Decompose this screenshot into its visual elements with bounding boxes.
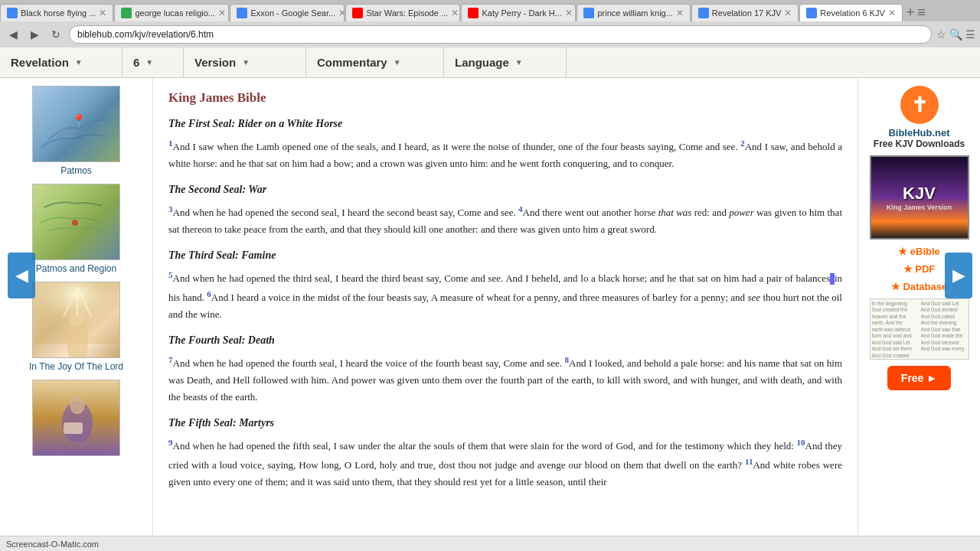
- verse-num-2: 2: [740, 139, 745, 148]
- kjv-sub: King James Version: [887, 204, 952, 211]
- verse-num-3: 3: [168, 204, 173, 214]
- kjv-mini-col-1: In the beginningGod created theheaven an…: [872, 301, 918, 357]
- tab-katyperry[interactable]: Katy Perry - Dark H... ✕: [461, 4, 576, 21]
- book-select-label: Revelation: [11, 56, 69, 69]
- painting-link[interactable]: In The Joy Of The Lord: [6, 361, 146, 372]
- reload-button[interactable]: ↻: [47, 26, 64, 43]
- database-link[interactable]: Database: [891, 281, 947, 292]
- biblehub-logo: ✝ BibleHub.net Free KJV Downloads: [874, 86, 965, 149]
- ebible-link[interactable]: eBible: [898, 246, 940, 257]
- kjv-label: KJV: [903, 184, 936, 204]
- kjv-mini-col-2: And God said LetAnd God dividedAnd God c…: [921, 301, 967, 357]
- tab-rev6[interactable]: Revelation 6 KJV ✕: [799, 4, 902, 21]
- main-content: King James Bible The First Seal: Rider o…: [153, 78, 858, 551]
- biblehub-tagline: Free KJV Downloads: [874, 139, 965, 149]
- bookmark-icon[interactable]: ☆: [936, 28, 946, 41]
- verse-num-8: 8: [565, 355, 570, 364]
- region-map-svg: [33, 184, 120, 260]
- free-btn-label: Free ►: [901, 372, 937, 384]
- tab-favicon: [352, 8, 363, 18]
- verse-num-10: 10: [797, 438, 805, 447]
- svg-rect-10: [64, 422, 83, 434]
- pdf-link[interactable]: PDF: [903, 263, 936, 275]
- tab-exxon[interactable]: Exxon - Google Sear... ✕: [230, 4, 345, 21]
- map-svg: [33, 86, 120, 162]
- verse-text-4: 7And when he had opened the fourth seal,…: [168, 353, 842, 405]
- tab-close-icon[interactable]: ✕: [565, 8, 573, 18]
- tab-close-icon[interactable]: ✕: [888, 8, 896, 18]
- back-button[interactable]: ◀: [5, 26, 21, 43]
- verse-num-4: 4: [518, 204, 523, 214]
- painting-svg: [33, 282, 120, 358]
- new-tab-button[interactable]: +: [906, 5, 915, 21]
- painting2-svg: [33, 380, 120, 442]
- section-title-1: The First Seal: Rider on a White Horse: [168, 118, 842, 130]
- tab-close-icon[interactable]: ✕: [784, 8, 792, 18]
- svg-rect-0: [60, 129, 74, 138]
- tab-black-horse[interactable]: Black horse flying ... ✕: [0, 4, 113, 21]
- section-title-2: The Second Seal: War: [168, 184, 842, 196]
- section-title-3: The Third Seal: Famine: [168, 249, 842, 262]
- forward-button[interactable]: ▶: [26, 26, 43, 43]
- tab-list-button[interactable]: ≡: [917, 5, 926, 21]
- menu-icon[interactable]: ☰: [965, 28, 975, 41]
- right-nav-arrow[interactable]: ▶: [945, 253, 972, 298]
- language-select-label: Language: [455, 56, 509, 69]
- book-select[interactable]: Revelation ▼: [0, 47, 122, 77]
- tab-favicon: [237, 8, 247, 18]
- tab-favicon: [698, 8, 709, 18]
- patmos-map-block: 📍 Patmos: [6, 86, 146, 176]
- verse-num-6: 6: [207, 289, 211, 298]
- svg-point-1: [72, 220, 78, 226]
- tab-prince-william[interactable]: prince william knig... ✕: [577, 4, 690, 21]
- highlight-text: [830, 273, 835, 285]
- patmos-link[interactable]: Patmos: [6, 165, 146, 176]
- verse-text-5: 9And when he had opened the fifth seal, …: [168, 435, 842, 490]
- kjv-book-image: KJV King James Version: [870, 155, 969, 240]
- page-toolbar: Revelation ▼ 6 ▼ Version ▼ Commentary ▼ …: [0, 47, 980, 78]
- verse-num-11: 11: [745, 457, 753, 466]
- section-title-4: The Fourth Seal: Death: [168, 334, 842, 347]
- tab-rev17[interactable]: Revelation 17 KJV ✕: [691, 4, 799, 21]
- right-sidebar: ✝ BibleHub.net Free KJV Downloads KJV Ki…: [858, 78, 980, 551]
- tab-close-icon[interactable]: ✕: [338, 8, 345, 18]
- verse-num-1: 1: [168, 139, 173, 148]
- verse-text-3: 5And when he had opened the third seal, …: [168, 268, 842, 322]
- tab-favicon: [583, 8, 594, 18]
- section-title-5: The Fifth Seal: Martyrs: [168, 417, 842, 429]
- tab-label: prince william knig...: [597, 8, 672, 18]
- zoom-icon[interactable]: 🔍: [949, 28, 962, 41]
- chapter-select-label: 6: [133, 56, 139, 69]
- patmos-region-image: [32, 184, 120, 260]
- chapter-select[interactable]: 6 ▼: [122, 47, 184, 77]
- tab-close-icon[interactable]: ✕: [99, 8, 106, 18]
- tab-label: Revelation 17 KJV: [712, 8, 782, 18]
- version-select-label: Version: [194, 56, 236, 69]
- url-input[interactable]: [69, 25, 932, 44]
- tab-close-icon[interactable]: ✕: [218, 8, 226, 18]
- address-bar: ◀ ▶ ↻ ☆ 🔍 ☰: [0, 21, 980, 47]
- tab-close-icon[interactable]: ✕: [676, 8, 684, 18]
- language-select[interactable]: Language ▼: [444, 47, 567, 77]
- tab-close-icon[interactable]: ✕: [451, 8, 459, 18]
- chapter-select-arrow: ▼: [145, 58, 153, 67]
- left-nav-arrow[interactable]: ◀: [8, 253, 35, 298]
- verse-num-5: 5: [168, 270, 173, 279]
- tab-starwars[interactable]: Star Wars: Episode ... ✕: [345, 4, 460, 21]
- verse-text-1: 1And I saw when the Lamb opened one of t…: [168, 136, 842, 171]
- book-select-arrow: ▼: [75, 58, 83, 67]
- biblehub-site-name: BibleHub.net: [874, 127, 965, 139]
- tab-label: george lucas religio...: [135, 8, 215, 18]
- version-select[interactable]: Version ▼: [184, 47, 306, 77]
- tab-george-lucas[interactable]: george lucas religio... ✕: [114, 4, 229, 21]
- commentary-select[interactable]: Commentary ▼: [306, 47, 444, 77]
- painting-image: [32, 282, 120, 358]
- tab-favicon: [121, 8, 132, 18]
- address-icons: ☆ 🔍 ☰: [936, 28, 975, 41]
- bottom-bar: Screencast-O-Matic.com: [0, 536, 980, 551]
- left-sidebar: 📍 Patmos Patmos and Region: [0, 78, 153, 551]
- kjv-mini-preview: In the beginningGod created theheaven an…: [870, 298, 969, 360]
- painting2-image: [32, 380, 120, 456]
- free-download-button[interactable]: Free ►: [887, 366, 951, 390]
- biblehub-cross-icon: ✝: [900, 86, 939, 124]
